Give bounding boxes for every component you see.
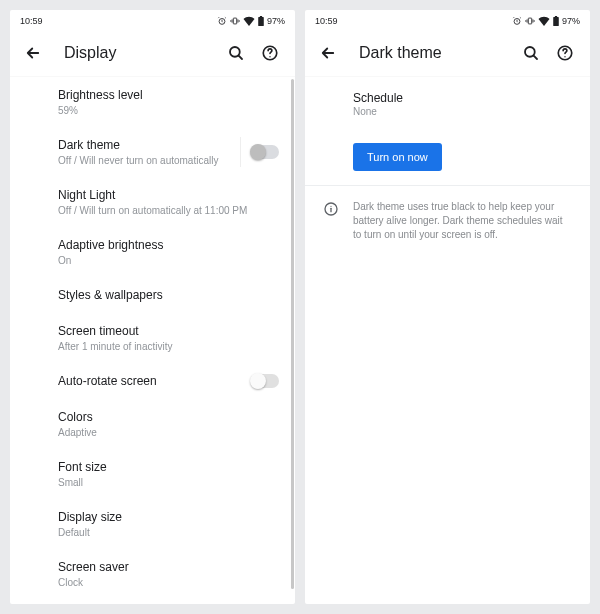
svg-rect-10 [555,16,557,17]
item-subtitle: Adaptive [58,426,279,439]
page-title: Display [64,44,219,62]
battery-icon [258,16,264,26]
search-button[interactable] [514,36,548,70]
item-subtitle: Off / Will turn on automatically at 11:0… [58,204,279,217]
arrow-back-icon [24,44,42,62]
svg-point-13 [564,56,565,57]
battery-pct: 97% [267,16,285,26]
item-auto-rotate[interactable]: Auto-rotate screen [10,363,295,399]
item-title: Screen timeout [58,323,279,339]
info-row: Dark theme uses true black to help keep … [305,186,590,256]
back-button[interactable] [16,36,50,70]
item-title: Dark theme [58,137,239,153]
auto-rotate-toggle[interactable] [251,374,279,388]
svg-rect-1 [233,18,236,24]
wifi-icon [243,16,255,26]
search-button[interactable] [219,36,253,70]
scrollbar[interactable] [291,79,294,589]
vibrate-icon [230,16,240,26]
help-icon [261,44,279,62]
info-text: Dark theme uses true black to help keep … [353,200,572,242]
item-title: Screen saver [58,559,279,575]
item-brightness-level[interactable]: Brightness level 59% [10,77,295,127]
wifi-icon [538,16,550,26]
item-styles-wallpapers[interactable]: Styles & wallpapers [10,277,295,313]
item-subtitle: 59% [58,104,279,117]
back-button[interactable] [311,36,345,70]
clock: 10:59 [20,16,43,26]
status-bar: 10:59 97% [305,10,590,30]
item-subtitle: On [58,254,279,267]
svg-point-6 [269,56,270,57]
item-subtitle: Small [58,476,279,489]
item-lock-screen-display[interactable]: Lock screen display [10,599,295,604]
item-title: Colors [58,409,279,425]
vibrate-icon [525,16,535,26]
item-title: Display size [58,509,279,525]
item-colors[interactable]: Colors Adaptive [10,399,295,449]
help-icon [556,44,574,62]
item-subtitle: After 1 minute of inactivity [58,340,279,353]
alarm-icon [217,16,227,26]
item-screen-saver[interactable]: Screen saver Clock [10,549,295,599]
display-screen: 10:59 97% Display Bri [10,10,295,604]
status-bar: 10:59 97% [10,10,295,30]
turn-on-now-button[interactable]: Turn on now [353,143,442,171]
item-dark-theme[interactable]: Dark theme Off / Will never turn on auto… [10,127,295,177]
app-bar: Dark theme [305,30,590,77]
svg-rect-9 [553,17,559,26]
item-font-size[interactable]: Font size Small [10,449,295,499]
item-screen-timeout[interactable]: Screen timeout After 1 minute of inactiv… [10,313,295,363]
app-bar: Display [10,30,295,77]
item-title: Brightness level [58,87,279,103]
item-subtitle: Default [58,526,279,539]
item-title: Font size [58,459,279,475]
item-title: Night Light [58,187,279,203]
help-button[interactable] [253,36,287,70]
status-icons: 97% [217,16,285,26]
settings-list[interactable]: Brightness level 59% Dark theme Off / Wi… [10,77,295,604]
battery-pct: 97% [562,16,580,26]
content: Schedule None Turn on now Dark theme use… [305,77,590,256]
schedule-row[interactable]: Schedule None [305,77,590,129]
svg-rect-3 [260,16,262,17]
page-title: Dark theme [359,44,514,62]
search-icon [522,44,540,62]
item-title: Adaptive brightness [58,237,279,253]
divider [240,137,241,167]
schedule-label: Schedule [353,91,574,105]
info-icon [323,201,339,217]
item-subtitle: Clock [58,576,279,589]
item-night-light[interactable]: Night Light Off / Will turn on automatic… [10,177,295,227]
battery-icon [553,16,559,26]
status-icons: 97% [512,16,580,26]
search-icon [227,44,245,62]
item-adaptive-brightness[interactable]: Adaptive brightness On [10,227,295,277]
alarm-icon [512,16,522,26]
clock: 10:59 [315,16,338,26]
item-title: Styles & wallpapers [58,287,279,303]
help-button[interactable] [548,36,582,70]
dark-theme-toggle[interactable] [251,145,279,159]
item-display-size[interactable]: Display size Default [10,499,295,549]
dark-theme-screen: 10:59 97% Dark theme Schedule [305,10,590,604]
item-subtitle: Off / Will never turn on automatically [58,154,239,167]
svg-rect-8 [528,18,531,24]
svg-point-15 [330,206,331,207]
svg-rect-2 [258,17,264,26]
item-title: Auto-rotate screen [58,373,239,389]
schedule-value: None [353,106,574,117]
arrow-back-icon [319,44,337,62]
